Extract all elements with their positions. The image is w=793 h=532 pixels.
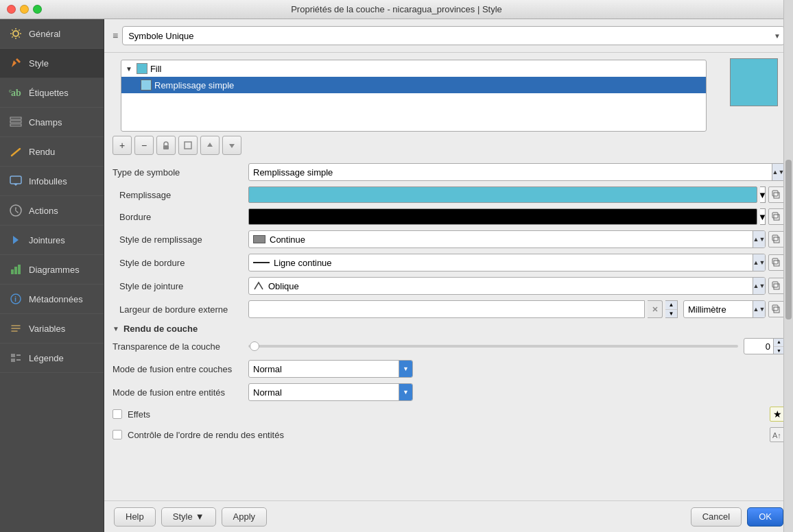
rendu-icon [8, 144, 23, 159]
apply-button[interactable]: Apply [222, 507, 268, 527]
style-remplissage-swatch [253, 235, 265, 243]
frame-layer-button[interactable] [178, 136, 198, 155]
fill-tree-child-row[interactable]: Remplissage simple [121, 77, 706, 93]
bordure-color-bar[interactable] [248, 208, 757, 225]
style-remplissage-copy-btn[interactable] [768, 231, 785, 247]
sidebar-item-champs[interactable]: Champs [0, 108, 104, 137]
unit-select[interactable]: Millimètre ▲▼ [683, 300, 766, 318]
help-button[interactable]: Help [114, 507, 156, 527]
svg-rect-30 [774, 284, 779, 289]
largeur-bordure-label: Largeur de bordure externe [113, 304, 243, 315]
svg-rect-27 [772, 235, 778, 241]
sidebar-item-diagrammes[interactable]: Diagrammes [0, 255, 104, 285]
metadonnees-label: Métadonnées [29, 294, 83, 304]
sidebar-item-metadonnees[interactable]: i Métadonnées [0, 285, 104, 314]
ok-button[interactable]: OK [747, 507, 783, 527]
bordure-color-arrow[interactable]: ▼ [760, 208, 766, 225]
diagrammes-icon [8, 262, 23, 277]
style-jointure-control: Oblique ▲▼ [248, 277, 785, 295]
svg-rect-6 [10, 176, 21, 184]
svg-rect-19 [185, 142, 191, 149]
sidebar-item-legende[interactable]: Légende [0, 343, 104, 373]
metadonnees-icon: i [8, 291, 23, 306]
move-up-button[interactable] [200, 136, 220, 155]
controle-checkbox[interactable] [113, 430, 122, 439]
close-button[interactable] [7, 5, 16, 14]
style-bordure-select[interactable]: Ligne continue ▲▼ [248, 254, 766, 271]
simple-fill-icon [141, 80, 152, 90]
largeur-copy-btn[interactable] [768, 301, 785, 317]
style-remplissage-label: Style de remplissage [113, 234, 243, 245]
transparency-up[interactable]: ▲ [774, 338, 784, 347]
style-jointure-copy-btn[interactable] [768, 278, 785, 294]
svg-rect-14 [11, 354, 15, 357]
symbol-type-select[interactable]: Symbole Unique [122, 26, 785, 45]
style-jointure-select[interactable]: Oblique ▲▼ [248, 277, 766, 295]
type-symbole-row: Type de symbole Remplissage simple ▲▼ [113, 163, 785, 181]
preview-container [723, 53, 785, 132]
fusion-couches-control: Normal ▼ [248, 360, 785, 378]
fusion-entites-label: Mode de fusion entre entités [113, 387, 243, 398]
remplissage-color-bar[interactable] [248, 186, 757, 203]
sidebar-item-rendu[interactable]: Rendu [0, 137, 104, 167]
effets-star-btn[interactable]: ★ [770, 407, 785, 422]
tree-collapse-arrow: ▼ [126, 65, 132, 73]
fusion-entites-select[interactable]: Normal ▼ [248, 383, 413, 401]
maximize-button[interactable] [33, 5, 42, 14]
fusion-entites-dropdown[interactable]: ▼ [399, 383, 412, 401]
style-remplissage-dropdown[interactable]: ▲▼ [753, 230, 765, 248]
scrollbar-track[interactable] [783, 0, 793, 532]
sidebar-item-etiquettes[interactable]: abc Étiquettes [0, 78, 104, 108]
svg-rect-24 [774, 215, 779, 220]
lock-layer-button[interactable] [156, 136, 176, 155]
largeur-bordure-spinbox[interactable]: ▲ ▼ [665, 300, 678, 318]
controle-sort-btn[interactable]: A↑ [770, 427, 785, 442]
sidebar-item-infobulles[interactable]: Infobulles [0, 167, 104, 196]
remplissage-color-arrow[interactable]: ▼ [760, 186, 766, 203]
cancel-button[interactable]: Cancel [691, 507, 742, 527]
sidebar-item-style[interactable]: Style [0, 49, 104, 78]
style-jointure-dropdown[interactable]: ▲▼ [753, 277, 765, 295]
fill-root-label: Fill [150, 64, 162, 74]
style-bordure-dropdown[interactable]: ▲▼ [753, 254, 765, 271]
fill-tree-root-row[interactable]: ▼ Fill [121, 60, 706, 77]
largeur-clear-btn[interactable] [648, 300, 663, 318]
effets-checkbox[interactable] [113, 409, 122, 419]
remplissage-copy-btn[interactable] [768, 186, 785, 203]
scrollbar-thumb[interactable] [785, 160, 792, 319]
transparency-slider[interactable] [248, 345, 738, 348]
largeur-down-btn[interactable]: ▼ [665, 310, 677, 318]
fill-tree: ▼ Fill Remplissage simple [121, 60, 707, 132]
sidebar-item-actions[interactable]: Actions [0, 196, 104, 226]
unit-dropdown[interactable]: ▲▼ [753, 300, 765, 318]
fusion-couches-dropdown[interactable]: ▼ [399, 360, 412, 378]
type-symbole-select[interactable]: Remplissage simple ▲▼ [248, 163, 785, 181]
svg-rect-26 [774, 237, 779, 243]
general-label: Général [29, 29, 60, 39]
largeur-up-btn[interactable]: ▲ [665, 301, 677, 310]
style-bordure-label: Style de bordure [113, 258, 243, 268]
add-layer-button[interactable]: + [113, 136, 132, 155]
type-symbole-dropdown[interactable]: ▲▼ [772, 163, 784, 181]
fill-section: ▼ Fill Remplissage simple [104, 53, 793, 132]
style-remplissage-select[interactable]: Continue ▲▼ [248, 230, 766, 248]
titlebar: Propriétés de la couche - nicaragua_prov… [0, 0, 793, 19]
svg-rect-22 [774, 193, 779, 198]
largeur-bordure-input[interactable]: 0,260000 [248, 300, 645, 318]
move-down-button[interactable] [222, 136, 241, 155]
sidebar-item-jointures[interactable]: Jointures [0, 226, 104, 255]
remove-layer-button[interactable]: − [134, 136, 154, 155]
svg-rect-34 [774, 307, 779, 313]
sidebar-item-general[interactable]: Général [0, 19, 104, 49]
style-bordure-copy-btn[interactable] [768, 254, 785, 271]
sidebar-item-variables[interactable]: Variables [0, 314, 104, 343]
transparency-down[interactable]: ▼ [774, 347, 784, 355]
fusion-couches-select[interactable]: Normal ▼ [248, 360, 413, 378]
bordure-copy-btn[interactable] [768, 208, 785, 225]
minimize-button[interactable] [20, 5, 29, 14]
style-button[interactable]: Style ▼ [161, 507, 216, 527]
largeur-bordure-control: 0,260000 ▲ ▼ Millimètre ▲▼ [248, 300, 785, 318]
rendu-couche-header[interactable]: ▼ Rendu de couche [113, 324, 785, 334]
content-panel: ≡ Symbole Unique ▼ ▼ Fill [104, 19, 793, 532]
general-icon [8, 26, 23, 41]
